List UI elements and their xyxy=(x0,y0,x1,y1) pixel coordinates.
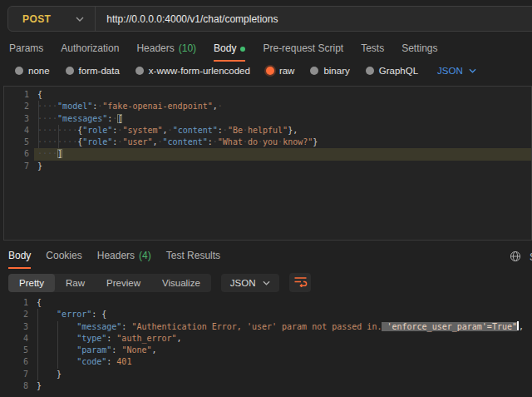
code-token: "param" xyxy=(76,345,111,355)
code-text: { xyxy=(37,89,42,101)
chevron-down-icon xyxy=(263,280,270,285)
code-token: "What xyxy=(218,137,243,146)
request-tab-body[interactable]: Body xyxy=(214,42,245,62)
line-number: 7 xyxy=(3,369,28,380)
code-line[interactable]: 1{ xyxy=(3,297,532,309)
line-number: 2 xyxy=(3,309,28,320)
view-preview[interactable]: Preview xyxy=(96,274,151,292)
code-token: "error" xyxy=(57,310,91,319)
code-text: ····] xyxy=(37,148,62,160)
current-line-highlight xyxy=(34,148,531,160)
code-token: "model" xyxy=(57,102,92,111)
body-type-none[interactable]: none xyxy=(15,66,50,76)
view-pretty[interactable]: Pretty xyxy=(8,274,55,292)
code-line[interactable]: 4········{"role":·"system",·"content":·"… xyxy=(4,125,531,136)
line-number: 8 xyxy=(3,380,28,392)
response-tab-headers[interactable]: Headers(4) xyxy=(97,250,151,269)
radio-icon xyxy=(266,67,274,75)
view-raw[interactable]: Raw xyxy=(55,274,96,292)
response-tab-body[interactable]: Body xyxy=(8,250,31,269)
response-tabs: BodyCookiesHeaders(4)Test Results xyxy=(8,250,220,269)
response-format-dropdown[interactable]: JSON xyxy=(221,274,280,292)
code-token: 401 xyxy=(116,357,131,366)
code-token: you xyxy=(263,137,278,146)
code-token xyxy=(37,370,57,379)
code-token: helpful" xyxy=(248,126,288,135)
line-number: 1 xyxy=(4,89,29,101)
radio-icon xyxy=(66,67,74,75)
code-token: "content" xyxy=(163,137,208,146)
radio-icon xyxy=(15,67,23,75)
code-line[interactable]: 6····] xyxy=(4,148,531,160)
tab-label: Cookies xyxy=(46,250,81,261)
tab-label: Tests xyxy=(361,42,384,54)
code-token: ···· xyxy=(37,149,57,158)
code-token: { xyxy=(37,298,42,307)
request-tab-tests[interactable]: Tests xyxy=(361,42,384,62)
raw-format-dropdown[interactable]: JSON xyxy=(437,66,476,76)
line-number: 7 xyxy=(4,161,29,172)
code-token: ] xyxy=(57,149,62,158)
response-tab-test-results[interactable]: Test Results xyxy=(166,250,220,269)
code-token xyxy=(37,357,76,366)
code-line[interactable]: 5 "param": "None", xyxy=(3,345,532,356)
response-tab-cookies[interactable]: Cookies xyxy=(46,250,81,269)
tab-count-badge: (4) xyxy=(139,250,151,261)
code-line[interactable]: 2····"model":·"fake-openai-endpoint",· xyxy=(4,101,531,112)
tab-label: Body xyxy=(8,250,31,261)
request-tab-headers[interactable]: Headers(10) xyxy=(136,42,196,62)
code-token: "system" xyxy=(122,126,162,135)
body-type-graphql[interactable]: GraphQL xyxy=(366,66,418,76)
code-token: { xyxy=(37,90,42,99)
code-line[interactable]: 7 } xyxy=(3,369,532,380)
code-line[interactable]: 7} xyxy=(4,161,531,172)
view-visualize[interactable]: Visualize xyxy=(151,274,211,292)
code-line[interactable]: 4 "type": "auth_error", xyxy=(3,333,532,345)
code-token xyxy=(37,334,76,343)
code-token: "role" xyxy=(82,126,112,135)
request-tab-settings[interactable]: Settings xyxy=(401,42,437,62)
code-token xyxy=(37,322,76,331)
code-token: do xyxy=(248,137,258,146)
app-window: POST http://0.0.0.0:4000/v1/chat/complet… xyxy=(0,0,532,397)
radio-label: raw xyxy=(279,66,295,76)
code-token: [ xyxy=(117,114,122,123)
network-globe-icon[interactable] xyxy=(510,251,521,265)
radio-label: form-data xyxy=(79,66,120,76)
code-line[interactable]: 5········{"role":·"user",·"content":·"Wh… xyxy=(4,136,531,148)
body-type-binary[interactable]: binary xyxy=(310,66,349,76)
body-type-form-data[interactable]: form-data xyxy=(66,66,120,76)
code-text: ········{"role":·"system",·"content":·"B… xyxy=(37,125,298,136)
method-selector[interactable]: POST xyxy=(22,13,51,25)
url-input[interactable]: http://0.0.0.0:4000/v1/chat/completions xyxy=(106,13,278,25)
request-body-editor[interactable]: 1{2····"model":·"fake-openai-endpoint",·… xyxy=(3,86,532,241)
body-type-x-www-form-urlencoded[interactable]: x-www-form-urlencoded xyxy=(135,66,250,76)
tab-label: Authorization xyxy=(61,42,119,54)
line-number: 4 xyxy=(3,333,28,345)
chevron-down-icon[interactable] xyxy=(76,17,84,22)
code-line[interactable]: 3 "message": "Authentication Error, 'use… xyxy=(3,321,532,333)
code-token: "role" xyxy=(82,137,112,146)
code-token: } xyxy=(37,161,42,171)
code-line[interactable]: 2 "error": { xyxy=(3,309,532,320)
code-line[interactable]: 3····"messages":·[ xyxy=(4,113,531,125)
body-type-raw[interactable]: raw xyxy=(266,66,295,76)
code-text: ········{"role":·"user",·"content":·"Wha… xyxy=(37,136,318,148)
unsaved-dot-icon xyxy=(240,47,245,52)
code-line[interactable]: 1{ xyxy=(4,89,531,101)
line-number: 3 xyxy=(3,321,28,333)
code-line[interactable]: 6 "code": 401 xyxy=(3,356,532,368)
response-toolbar: PrettyRawPreviewVisualize JSON xyxy=(8,273,311,292)
line-number: 5 xyxy=(4,136,29,148)
chevron-down-icon xyxy=(469,68,476,73)
request-tab-pre-request-script[interactable]: Pre-request Script xyxy=(263,42,343,62)
code-line[interactable]: 8} xyxy=(3,380,532,392)
code-token: "code" xyxy=(76,357,106,366)
response-body-viewer[interactable]: 1{2 "error": {3 "message": "Authenticati… xyxy=(3,296,532,395)
wrap-line-button[interactable] xyxy=(289,273,311,292)
radio-label: x-www-form-urlencoded xyxy=(149,66,250,76)
code-token: "content" xyxy=(173,126,218,135)
request-tab-params[interactable]: Params xyxy=(9,42,43,62)
raw-format-label: JSON xyxy=(437,66,463,76)
request-tab-authorization[interactable]: Authorization xyxy=(61,42,119,62)
